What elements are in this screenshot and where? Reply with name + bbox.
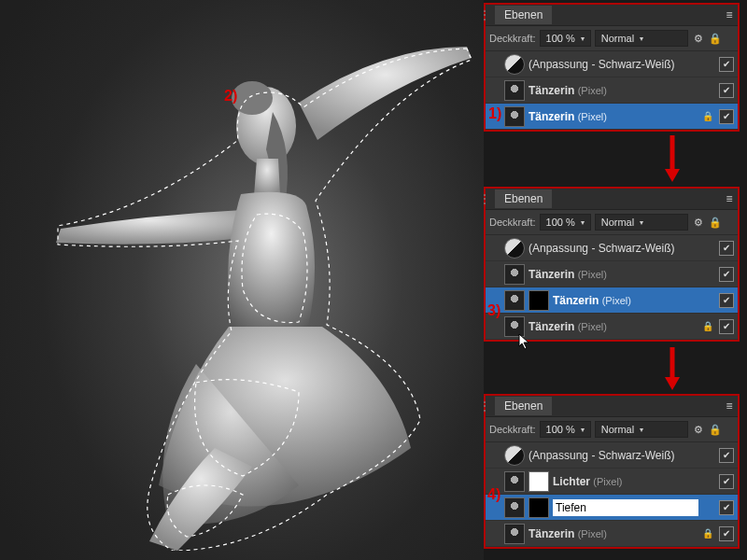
adjustment-thumb-icon (504, 445, 525, 466)
opacity-blend-row: Deckkraft: 100 %▾ Normal▾ ⚙ 🔒 (486, 26, 738, 51)
layer-name: Tänzerin (Pixel) (529, 320, 607, 333)
svg-marker-5 (665, 377, 680, 390)
layers-panel-2: ⋮⋮ Ebenen ≡ Deckkraft: 100 %▾ Normal▾ ⚙ … (484, 187, 740, 342)
caret-down-icon: ▾ (640, 35, 643, 43)
opacity-dropdown[interactable]: 100 %▾ (540, 214, 591, 231)
drag-handle-icon[interactable]: ⋮⋮ (486, 189, 495, 209)
layer-name: (Anpassung - Schwarz-Weiß) (529, 449, 675, 462)
layer-row-lichter[interactable]: Lichter (Pixel) ✔ (486, 469, 738, 495)
layer-rename-input[interactable] (553, 499, 698, 516)
layer-row-dancer-selected[interactable]: Tänzerin (Pixel) ✔ (486, 287, 738, 314)
arrow-down-icon (663, 135, 682, 182)
layer-thumb-icon (504, 290, 525, 311)
gear-icon[interactable]: ⚙ (692, 423, 705, 436)
panel-menu-icon[interactable]: ≡ (721, 192, 738, 205)
visibility-checkbox[interactable]: ✔ (719, 57, 734, 72)
layer-name: (Anpassung - Schwarz-Weiß) (529, 58, 675, 71)
layers-panel-3: ⋮⋮ Ebenen ≡ Deckkraft: 100 %▾ Normal▾ ⚙ … (484, 394, 740, 549)
caret-down-icon: ▾ (581, 218, 585, 227)
panel-tabbar: ⋮⋮ Ebenen ≡ (486, 5, 738, 26)
layer-row-adjustment[interactable]: (Anpassung - Schwarz-Weiß) ✔ (486, 442, 738, 469)
svg-marker-3 (665, 169, 680, 182)
visibility-checkbox[interactable]: ✔ (719, 500, 734, 515)
visibility-checkbox[interactable]: ✔ (719, 83, 734, 98)
layer-row-dancer-selected[interactable]: Tänzerin (Pixel) 🔒 ✔ (486, 104, 738, 130)
panel-tab-layers[interactable]: Ebenen (495, 6, 552, 24)
visibility-checkbox[interactable]: ✔ (719, 526, 734, 541)
panel-menu-icon[interactable]: ≡ (721, 8, 738, 21)
blendmode-dropdown[interactable]: Normal▾ (595, 421, 688, 438)
layer-name: Tänzerin (Pixel) (529, 268, 607, 281)
blendmode-dropdown[interactable]: Normal▾ (595, 30, 688, 47)
caret-down-icon: ▾ (640, 426, 643, 434)
layer-row-tiefen-editing[interactable]: ✔ (486, 495, 738, 521)
layer-thumb-icon (504, 80, 525, 101)
visibility-checkbox[interactable]: ✔ (719, 267, 734, 282)
opacity-blend-row: Deckkraft: 100 %▾ Normal▾ ⚙ 🔒 (486, 417, 738, 442)
layer-name: Tänzerin (Pixel) (529, 110, 607, 123)
mask-thumb-icon (529, 471, 549, 492)
visibility-checkbox[interactable]: ✔ (719, 319, 734, 334)
visibility-checkbox[interactable]: ✔ (719, 474, 734, 489)
opacity-label: Deckkraft: (489, 33, 536, 44)
layer-row-dancer[interactable]: Tänzerin (Pixel) ✔ (486, 261, 738, 287)
dancer-figure (56, 47, 484, 551)
mask-thumb-icon (529, 497, 549, 518)
panel-tab-layers[interactable]: Ebenen (495, 397, 552, 415)
caret-down-icon: ▾ (640, 218, 643, 227)
gear-icon[interactable]: ⚙ (692, 216, 705, 229)
annotation-1: 1) (488, 105, 501, 122)
drag-handle-icon[interactable]: ⋮⋮ (486, 396, 495, 416)
lock-icon[interactable]: 🔒 (709, 216, 722, 229)
layer-name: (Anpassung - Schwarz-Weiß) (529, 242, 675, 255)
layer-name: Tänzerin (Pixel) (553, 294, 631, 307)
gear-icon[interactable]: ⚙ (692, 32, 705, 45)
lock-small-icon: 🔒 (702, 528, 713, 539)
layer-row-dancer[interactable]: Tänzerin (Pixel) 🔒 ✔ (486, 314, 738, 340)
lock-small-icon: 🔒 (702, 111, 713, 121)
opacity-dropdown[interactable]: 100 %▾ (540, 30, 591, 47)
panel-tab-layers[interactable]: Ebenen (495, 189, 552, 208)
svg-point-1 (232, 81, 273, 115)
opacity-label: Deckkraft: (489, 424, 536, 435)
layer-thumb-icon (504, 471, 525, 492)
panel-menu-icon[interactable]: ≡ (721, 399, 738, 413)
opacity-blend-row: Deckkraft: 100 %▾ Normal▾ ⚙ 🔒 (486, 210, 738, 235)
layer-name: Tänzerin (Pixel) (529, 84, 607, 97)
caret-down-icon: ▾ (581, 426, 585, 434)
visibility-checkbox[interactable]: ✔ (719, 109, 734, 124)
caret-down-icon: ▾ (581, 35, 585, 43)
layer-thumb-icon (504, 106, 525, 127)
layer-row-adjustment[interactable]: (Anpassung - Schwarz-Weiß) ✔ (486, 235, 738, 261)
layer-thumb-icon (504, 316, 525, 337)
blendmode-dropdown[interactable]: Normal▾ (595, 214, 688, 231)
visibility-checkbox[interactable]: ✔ (719, 241, 734, 256)
annotation-4: 4) (487, 486, 500, 503)
layer-thumb-icon (504, 497, 525, 518)
layers-panel-1: ⋮⋮ Ebenen ≡ Deckkraft: 100 %▾ Normal▾ ⚙ … (484, 3, 740, 132)
visibility-checkbox[interactable]: ✔ (719, 293, 734, 308)
arrow-down-icon (663, 347, 682, 390)
layer-row-adjustment[interactable]: (Anpassung - Schwarz-Weiß) ✔ (486, 51, 738, 77)
layer-thumb-icon (504, 524, 525, 544)
layer-name: Lichter (Pixel) (553, 475, 623, 488)
layer-row-dancer[interactable]: Tänzerin (Pixel) ✔ (486, 77, 738, 104)
visibility-checkbox[interactable]: ✔ (719, 448, 734, 463)
annotation-2: 2) (224, 88, 237, 105)
lock-icon[interactable]: 🔒 (709, 423, 722, 436)
layer-row-dancer[interactable]: Tänzerin (Pixel) 🔒 ✔ (486, 521, 738, 547)
opacity-dropdown[interactable]: 100 %▾ (540, 421, 591, 438)
panel-tabbar: ⋮⋮ Ebenen ≡ (486, 396, 738, 417)
annotation-3: 3) (487, 302, 500, 319)
lock-small-icon: 🔒 (702, 321, 713, 331)
lock-icon[interactable]: 🔒 (709, 32, 722, 45)
mask-thumb-icon (529, 290, 549, 311)
adjustment-thumb-icon (504, 238, 525, 259)
opacity-label: Deckkraft: (489, 217, 536, 228)
adjustment-thumb-icon (504, 54, 525, 75)
panel-tabbar: ⋮⋮ Ebenen ≡ (486, 189, 738, 210)
layer-name: Tänzerin (Pixel) (529, 527, 607, 540)
drag-handle-icon[interactable]: ⋮⋮ (486, 5, 495, 25)
canvas-viewport[interactable] (0, 0, 484, 560)
layer-thumb-icon (504, 264, 525, 285)
